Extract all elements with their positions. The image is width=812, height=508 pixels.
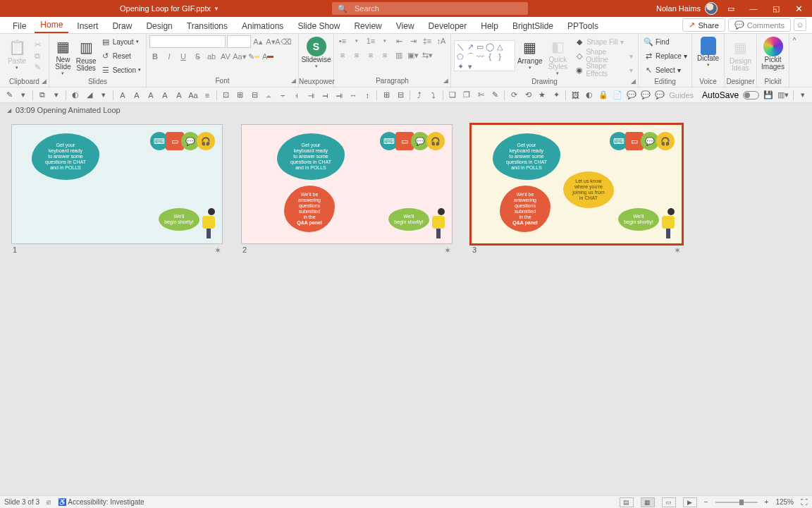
- accessibility-status[interactable]: ♿ Accessibility: Investigate: [58, 498, 144, 506]
- zoom-out-icon[interactable]: −: [704, 498, 708, 506]
- underline-icon[interactable]: U: [178, 51, 189, 62]
- strikethrough-icon[interactable]: S̶: [192, 51, 203, 62]
- qat-customize-icon[interactable]: ▾: [798, 90, 808, 101]
- collapse-ribbon-icon[interactable]: ^: [789, 34, 799, 44]
- tab-slide-show[interactable]: Slide Show: [292, 18, 345, 33]
- tab-help[interactable]: Help: [475, 18, 504, 33]
- shape-outline-button[interactable]: ◇Shape Outline ▾: [572, 49, 635, 62]
- comments-button[interactable]: 💬Comments: [728, 18, 791, 32]
- spell-check-icon[interactable]: ⎚: [47, 498, 51, 506]
- tab-file[interactable]: File: [7, 18, 32, 33]
- highlight-icon[interactable]: ✎: [248, 51, 259, 62]
- slide-counter[interactable]: Slide 3 of 3: [4, 498, 39, 506]
- copy-icon[interactable]: ⧉: [32, 51, 42, 61]
- dialog-launcher-icon[interactable]: ◢: [291, 77, 296, 84]
- tab-draw[interactable]: Draw: [106, 18, 137, 33]
- animation-star-icon[interactable]: ✶: [214, 246, 221, 255]
- slide-thumb-1[interactable]: Get yourkeyboard readyto answer someques…: [11, 124, 223, 255]
- paste-button[interactable]: 📋 Paste ▾: [3, 35, 31, 76]
- tab-transitions[interactable]: Transitions: [181, 18, 233, 33]
- zoom-in-icon[interactable]: +: [765, 498, 769, 506]
- slide-sorter-view-button[interactable]: ▦: [641, 497, 655, 507]
- slide-thumb-2[interactable]: Get yourkeyboard readyto answer someques…: [241, 124, 453, 255]
- increase-font-icon[interactable]: A▴: [252, 36, 264, 47]
- layout-button[interactable]: ▤Layout ▾: [99, 35, 143, 48]
- dialog-launcher-icon[interactable]: ◢: [443, 77, 448, 84]
- section-button[interactable]: ☰Section ▾: [99, 64, 143, 76]
- zoom-slider[interactable]: [715, 502, 758, 503]
- shadow-icon[interactable]: ab: [206, 51, 217, 62]
- font-name-input[interactable]: [149, 35, 226, 48]
- format-painter-icon[interactable]: ✎: [32, 62, 42, 72]
- comment-icon[interactable]: 💬: [627, 90, 636, 101]
- save-icon[interactable]: 💾: [763, 90, 773, 101]
- ribbon-display-options-icon[interactable]: ▭: [722, 0, 740, 17]
- dialog-launcher-icon[interactable]: ◢: [631, 78, 636, 85]
- new-slide-button[interactable]: ▦New Slide▾: [52, 35, 74, 76]
- tab-pptools[interactable]: PPTools: [562, 18, 604, 33]
- slideshow-view-button[interactable]: ▶: [683, 497, 697, 507]
- dictate-button[interactable]: Dictate▾: [695, 35, 721, 76]
- autosave-toggle[interactable]: [743, 91, 759, 99]
- tab-view[interactable]: View: [390, 18, 420, 33]
- quick-styles-button[interactable]: ◧Quick Styles▾: [545, 35, 572, 76]
- select-button[interactable]: ↖Select ▾: [641, 64, 689, 76]
- find-button[interactable]: 🔍Find: [641, 35, 689, 48]
- animation-star-icon[interactable]: ✶: [444, 246, 451, 255]
- dialog-launcher-icon[interactable]: ◢: [42, 78, 47, 85]
- normal-view-button[interactable]: ▤: [620, 497, 634, 507]
- tab-home[interactable]: Home: [35, 17, 68, 33]
- char-spacing-icon[interactable]: AV: [220, 51, 231, 62]
- minimize-icon[interactable]: —: [744, 0, 763, 17]
- picture-icon[interactable]: 🖼: [570, 90, 580, 101]
- justify-icon[interactable]: ≡: [379, 49, 390, 61]
- increase-indent-icon[interactable]: ⇥: [407, 35, 419, 47]
- title-dropdown-icon[interactable]: ▼: [214, 6, 219, 12]
- share-button[interactable]: ↗Share: [682, 18, 725, 32]
- guides-toggle[interactable]: Guides: [669, 90, 694, 101]
- font-color-icon[interactable]: A: [262, 51, 273, 62]
- shape-fill-button[interactable]: ◆Shape Fill ▾: [572, 35, 635, 48]
- replace-button[interactable]: ⇄Replace ▾: [641, 49, 689, 62]
- font-size-input[interactable]: [227, 35, 251, 48]
- tab-review[interactable]: Review: [348, 18, 387, 33]
- shapes-gallery[interactable]: ＼↗▭◯△⬠ ⌒〰{}✦▾: [454, 40, 515, 71]
- tab-developer[interactable]: Developer: [423, 18, 473, 33]
- align-text-icon[interactable]: ▣▾: [407, 49, 419, 61]
- arrange-button[interactable]: ▦Arrange▾: [517, 35, 543, 76]
- restore-icon[interactable]: ◱: [767, 0, 785, 17]
- slide-thumb-3[interactable]: Get yourkeyboard readyto answer someques…: [471, 124, 682, 255]
- change-case-icon[interactable]: Aa▾: [234, 51, 245, 62]
- align-left-icon[interactable]: ≡: [337, 49, 348, 61]
- feedback-button[interactable]: ☺: [794, 18, 806, 31]
- cut-icon[interactable]: ✂: [32, 40, 42, 49]
- line-spacing-icon[interactable]: ‡≡: [422, 35, 433, 47]
- reset-button[interactable]: ↺Reset: [99, 49, 143, 62]
- fit-to-window-icon[interactable]: ⛶: [801, 498, 808, 506]
- animation-star-icon[interactable]: ✶: [674, 246, 681, 255]
- section-header[interactable]: ◢ 03:09 Opening Animated Loop: [0, 103, 812, 117]
- smartart-icon[interactable]: ⇆▾: [422, 49, 433, 61]
- avatar[interactable]: [705, 2, 718, 15]
- user-name[interactable]: Nolan Haims: [656, 4, 701, 13]
- bold-icon[interactable]: B: [149, 51, 161, 62]
- columns-icon[interactable]: ▥: [393, 49, 405, 61]
- tab-brightslide[interactable]: BrightSlide: [507, 18, 559, 33]
- section-collapse-icon[interactable]: ◢: [7, 107, 11, 114]
- line-shape-icon[interactable]: ＼: [456, 42, 465, 51]
- italic-icon[interactable]: I: [164, 51, 175, 62]
- pickit-images-button[interactable]: Pickit Images: [760, 35, 786, 76]
- text-direction-icon[interactable]: ↕A: [436, 35, 447, 47]
- tab-animations[interactable]: Animations: [236, 18, 289, 33]
- close-icon[interactable]: ✕: [789, 0, 808, 17]
- qat-icon[interactable]: ✎: [4, 90, 14, 101]
- tab-design[interactable]: Design: [140, 18, 178, 33]
- align-center-icon[interactable]: ≡: [351, 49, 362, 61]
- slidewise-button[interactable]: SSlidewise▾: [302, 35, 331, 76]
- shape-effects-button[interactable]: ◉Shape Effects ▾: [572, 64, 635, 76]
- reuse-slides-button[interactable]: ▥Reuse Slides: [75, 35, 97, 76]
- bullets-icon[interactable]: •≡: [337, 35, 348, 47]
- design-ideas-button[interactable]: ▦Design Ideas: [727, 35, 753, 76]
- clear-formatting-icon[interactable]: A⌫: [278, 36, 289, 47]
- tab-insert[interactable]: Insert: [71, 18, 104, 33]
